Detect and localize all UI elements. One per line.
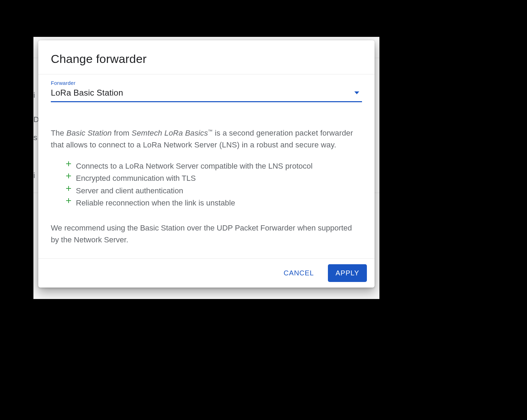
- backdrop-fragment: i: [33, 171, 35, 180]
- feature-list: Connects to a LoRa Network Server compat…: [65, 160, 362, 209]
- feature-item: Server and client authentication: [65, 185, 362, 197]
- forwarder-field: Forwarder LoRa Basic Station: [51, 77, 362, 102]
- forwarder-select-value: LoRa Basic Station: [51, 88, 123, 98]
- plus-icon: [65, 185, 72, 192]
- feature-text: Encrypted communication with TLS: [76, 174, 196, 183]
- backdrop: i D s i Change forwarder Forwarder LoRa …: [33, 37, 379, 299]
- plus-icon: [65, 197, 72, 204]
- forwarder-select[interactable]: LoRa Basic Station: [51, 86, 362, 102]
- backdrop-fragment: s: [33, 133, 37, 142]
- feature-text: Server and client authentication: [76, 186, 183, 195]
- chevron-down-icon: [354, 91, 359, 94]
- feature-item: Reliable reconnection when the link is u…: [65, 197, 362, 209]
- feature-text: Reliable reconnection when the link is u…: [76, 199, 235, 207]
- apply-button[interactable]: Apply: [328, 264, 367, 282]
- feature-item: Encrypted communication with TLS: [65, 172, 362, 184]
- feature-text: Connects to a LoRa Network Server compat…: [76, 162, 313, 170]
- dialog-actions: Cancel Apply: [38, 258, 375, 288]
- plus-icon: [65, 161, 72, 167]
- forwarder-description: The Basic Station from Semtech LoRa Basi…: [51, 127, 362, 151]
- change-forwarder-dialog: Change forwarder Forwarder LoRa Basic St…: [38, 40, 375, 288]
- cancel-button[interactable]: Cancel: [276, 264, 322, 282]
- dialog-title: Change forwarder: [51, 52, 362, 66]
- forwarder-label: Forwarder: [51, 80, 362, 86]
- plus-icon: [65, 173, 72, 179]
- dialog-body: Forwarder LoRa Basic Station The Basic S…: [38, 74, 375, 258]
- recommendation-text: We recommend using the Basic Station ove…: [51, 222, 362, 246]
- backdrop-fragment: i: [33, 91, 35, 100]
- dialog-header: Change forwarder: [38, 40, 375, 74]
- feature-item: Connects to a LoRa Network Server compat…: [65, 160, 362, 172]
